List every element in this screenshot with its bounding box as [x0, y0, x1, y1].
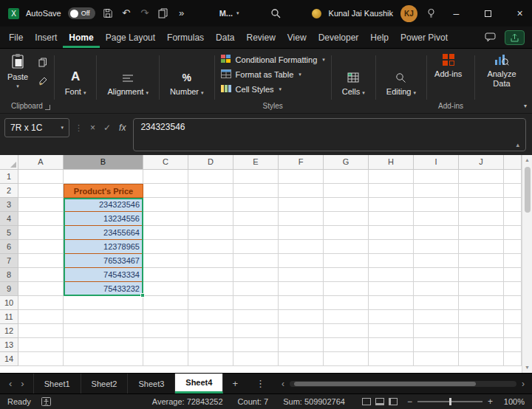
cell-i2[interactable] [414, 184, 459, 198]
collapse-formula-bar-icon[interactable]: ▴ [516, 141, 519, 148]
cell-partial[interactable] [504, 170, 522, 184]
cell-a14[interactable] [18, 352, 64, 366]
cell-h5[interactable] [369, 226, 414, 240]
cell-d6[interactable] [188, 240, 233, 254]
cell-b14[interactable] [64, 352, 143, 366]
menu-tab-review[interactable]: Review [240, 27, 281, 48]
cell-i11[interactable] [414, 310, 459, 324]
column-header-h[interactable]: H [369, 155, 414, 170]
workbook-title-menu[interactable]: M...▾ [219, 9, 239, 18]
search-icon[interactable] [270, 7, 282, 19]
column-header-a[interactable]: A [18, 155, 64, 170]
cell-g12[interactable] [324, 324, 369, 338]
column-header-f[interactable]: F [279, 155, 324, 170]
cell-f6[interactable] [279, 240, 324, 254]
cell-a2[interactable] [18, 184, 64, 198]
cell-d3[interactable] [188, 198, 233, 212]
cell-a6[interactable] [18, 240, 64, 254]
cell-b13[interactable] [64, 338, 143, 352]
cell-g1[interactable] [324, 170, 369, 184]
sheet-tab-sheet4[interactable]: Sheet4 [175, 374, 223, 393]
cell-a3[interactable] [18, 198, 64, 212]
cell-c10[interactable] [143, 296, 188, 310]
select-all-button[interactable] [0, 155, 18, 170]
cell-c1[interactable] [143, 170, 188, 184]
cell-i6[interactable] [414, 240, 459, 254]
menu-tab-file[interactable]: File [3, 27, 29, 48]
share-button[interactable] [505, 30, 525, 45]
cell-a12[interactable] [18, 324, 64, 338]
copy-icon[interactable] [157, 7, 169, 19]
cell-g14[interactable] [324, 352, 369, 366]
cell-j1[interactable] [459, 170, 504, 184]
user-avatar[interactable]: KJ [400, 5, 417, 22]
cell-f3[interactable] [279, 198, 324, 212]
cell-f10[interactable] [279, 296, 324, 310]
cell-e11[interactable] [233, 310, 279, 324]
column-header-e[interactable]: E [233, 155, 279, 170]
cell-a10[interactable] [18, 296, 64, 310]
cell-h9[interactable] [369, 282, 414, 296]
cell-h12[interactable] [369, 324, 414, 338]
cell-h10[interactable] [369, 296, 414, 310]
close-button[interactable]: × [508, 0, 532, 27]
row-header-7[interactable]: 7 [0, 254, 18, 268]
row-header-3[interactable]: 3 [0, 198, 18, 212]
cell-h7[interactable] [369, 254, 414, 268]
formula-input[interactable]: 234323546 ▴ [133, 118, 526, 151]
ribbon-button-conditional-formatting[interactable]: Conditional Formatting▾ [219, 52, 327, 66]
cell-g8[interactable] [324, 268, 369, 282]
cell-a9[interactable] [18, 282, 64, 296]
cell-b9[interactable]: 75433232 [64, 282, 143, 296]
sheet-tab-sheet2[interactable]: Sheet2 [81, 374, 129, 393]
cell-j3[interactable] [459, 198, 504, 212]
cell-partial[interactable] [504, 184, 522, 198]
cell-c11[interactable] [143, 310, 188, 324]
cell-j12[interactable] [459, 324, 504, 338]
cell-h4[interactable] [369, 212, 414, 226]
cell-b4[interactable]: 13234556 [64, 212, 143, 226]
cell-c9[interactable] [143, 282, 188, 296]
cell-a5[interactable] [18, 226, 64, 240]
cell-b5[interactable]: 23455664 [64, 226, 143, 240]
cell-f9[interactable] [279, 282, 324, 296]
column-header-c[interactable]: C [143, 155, 188, 170]
cell-g2[interactable] [324, 184, 369, 198]
normal-view-icon[interactable] [362, 398, 371, 405]
alignment-group-button[interactable]: Alignment ▾ [100, 51, 155, 113]
cell-f11[interactable] [279, 310, 324, 324]
cell-i1[interactable] [414, 170, 459, 184]
cell-d2[interactable] [188, 184, 233, 198]
cell-a1[interactable] [18, 170, 64, 184]
status-sum[interactable]: Sum: 509902764 [283, 397, 345, 406]
cell-j7[interactable] [459, 254, 504, 268]
cell-d11[interactable] [188, 310, 233, 324]
cell-e10[interactable] [233, 296, 279, 310]
cell-f14[interactable] [279, 352, 324, 366]
cell-b12[interactable] [64, 324, 143, 338]
row-header-12[interactable]: 12 [0, 324, 18, 338]
cell-j10[interactable] [459, 296, 504, 310]
cell-b10[interactable] [64, 296, 143, 310]
cell-e9[interactable] [233, 282, 279, 296]
autosave-toggle[interactable]: Off [68, 7, 95, 19]
cell-h2[interactable] [369, 184, 414, 198]
column-header-g[interactable]: G [324, 155, 369, 170]
cell-h6[interactable] [369, 240, 414, 254]
cell-partial[interactable] [504, 296, 522, 310]
cell-d7[interactable] [188, 254, 233, 268]
ribbon-button-cell-styles[interactable]: Cell Styles▾ [219, 82, 327, 96]
row-header-13[interactable]: 13 [0, 338, 18, 352]
previous-sheet-icon[interactable]: ‹ [9, 378, 12, 389]
row-header-10[interactable]: 10 [0, 296, 18, 310]
cell-a7[interactable] [18, 254, 64, 268]
cell-h13[interactable] [369, 338, 414, 352]
cell-c14[interactable] [143, 352, 188, 366]
cell-i14[interactable] [414, 352, 459, 366]
page-break-view-icon[interactable] [389, 398, 398, 405]
cell-g4[interactable] [324, 212, 369, 226]
next-sheet-icon[interactable]: › [21, 378, 24, 389]
cell-partial[interactable] [504, 310, 522, 324]
menu-tab-power-pivot[interactable]: Power Pivot [395, 27, 454, 48]
cell-g11[interactable] [324, 310, 369, 324]
